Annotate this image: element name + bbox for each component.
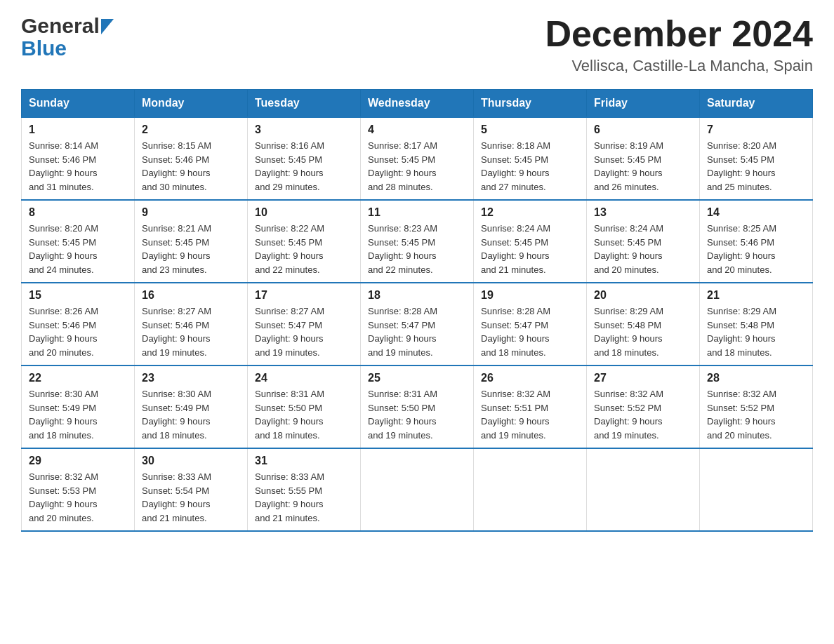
logo-name: General Blue: [21, 14, 114, 59]
logo-text-general: General: [21, 14, 100, 38]
table-row: 24 Sunrise: 8:31 AM Sunset: 5:50 PM Dayl…: [248, 365, 361, 448]
table-row: 3 Sunrise: 8:16 AM Sunset: 5:45 PM Dayli…: [248, 117, 361, 200]
day-info: Sunrise: 8:16 AM Sunset: 5:45 PM Dayligh…: [255, 139, 353, 194]
table-row: 29 Sunrise: 8:32 AM Sunset: 5:53 PM Dayl…: [22, 448, 135, 531]
day-number: 28: [707, 372, 805, 384]
table-row: 26 Sunrise: 8:32 AM Sunset: 5:51 PM Dayl…: [474, 365, 587, 448]
table-row: [587, 448, 700, 531]
table-row: 27 Sunrise: 8:32 AM Sunset: 5:52 PM Dayl…: [587, 365, 700, 448]
table-row: 10 Sunrise: 8:22 AM Sunset: 5:45 PM Dayl…: [248, 200, 361, 283]
table-row: 15 Sunrise: 8:26 AM Sunset: 5:46 PM Dayl…: [22, 283, 135, 365]
day-number: 11: [368, 206, 466, 219]
table-row: 30 Sunrise: 8:33 AM Sunset: 5:54 PM Dayl…: [135, 448, 248, 531]
table-row: 14 Sunrise: 8:25 AM Sunset: 5:46 PM Dayl…: [700, 200, 813, 283]
day-info: Sunrise: 8:20 AM Sunset: 5:45 PM Dayligh…: [29, 222, 127, 276]
day-number: 22: [29, 372, 127, 384]
day-number: 21: [707, 289, 805, 302]
day-info: Sunrise: 8:29 AM Sunset: 5:48 PM Dayligh…: [707, 304, 805, 359]
day-info: Sunrise: 8:28 AM Sunset: 5:47 PM Dayligh…: [481, 304, 579, 359]
calendar-week-row: 8 Sunrise: 8:20 AM Sunset: 5:45 PM Dayli…: [22, 200, 813, 283]
table-row: [361, 448, 474, 531]
day-number: 8: [29, 206, 127, 219]
table-row: 1 Sunrise: 8:14 AM Sunset: 5:46 PM Dayli…: [22, 117, 135, 200]
table-row: 11 Sunrise: 8:23 AM Sunset: 5:45 PM Dayl…: [361, 200, 474, 283]
table-row: 9 Sunrise: 8:21 AM Sunset: 5:45 PM Dayli…: [135, 200, 248, 283]
day-info: Sunrise: 8:26 AM Sunset: 5:46 PM Dayligh…: [29, 304, 127, 359]
logo-text-blue: Blue: [21, 38, 114, 59]
logo-arrow-icon: [101, 19, 114, 34]
table-row: 12 Sunrise: 8:24 AM Sunset: 5:45 PM Dayl…: [474, 200, 587, 283]
day-info: Sunrise: 8:32 AM Sunset: 5:51 PM Dayligh…: [481, 387, 579, 442]
day-info: Sunrise: 8:17 AM Sunset: 5:45 PM Dayligh…: [368, 139, 466, 194]
table-row: 17 Sunrise: 8:27 AM Sunset: 5:47 PM Dayl…: [248, 283, 361, 365]
day-number: 31: [255, 455, 353, 467]
table-row: 31 Sunrise: 8:33 AM Sunset: 5:55 PM Dayl…: [248, 448, 361, 531]
day-info: Sunrise: 8:18 AM Sunset: 5:45 PM Dayligh…: [481, 139, 579, 194]
day-info: Sunrise: 8:32 AM Sunset: 5:53 PM Dayligh…: [29, 470, 127, 525]
col-thursday: Thursday: [474, 90, 587, 118]
calendar-header-row: Sunday Monday Tuesday Wednesday Thursday…: [22, 90, 813, 118]
col-friday: Friday: [587, 90, 700, 118]
day-number: 25: [368, 372, 466, 384]
table-row: 28 Sunrise: 8:32 AM Sunset: 5:52 PM Dayl…: [700, 365, 813, 448]
title-block: December 2024 Vellisca, Castille-La Manc…: [545, 14, 813, 75]
col-saturday: Saturday: [700, 90, 813, 118]
table-row: 16 Sunrise: 8:27 AM Sunset: 5:46 PM Dayl…: [135, 283, 248, 365]
day-number: 4: [368, 123, 466, 136]
day-number: 27: [594, 372, 692, 384]
page-header: General Blue December 2024 Vellisca, Cas…: [21, 14, 813, 75]
day-info: Sunrise: 8:14 AM Sunset: 5:46 PM Dayligh…: [29, 139, 127, 194]
day-info: Sunrise: 8:31 AM Sunset: 5:50 PM Dayligh…: [368, 387, 466, 442]
calendar-week-row: 22 Sunrise: 8:30 AM Sunset: 5:49 PM Dayl…: [22, 365, 813, 448]
day-info: Sunrise: 8:15 AM Sunset: 5:46 PM Dayligh…: [142, 139, 240, 194]
table-row: 22 Sunrise: 8:30 AM Sunset: 5:49 PM Dayl…: [22, 365, 135, 448]
logo: General Blue: [21, 14, 114, 59]
location-subtitle: Vellisca, Castille-La Mancha, Spain: [545, 57, 813, 75]
day-info: Sunrise: 8:25 AM Sunset: 5:46 PM Dayligh…: [707, 222, 805, 276]
day-number: 12: [481, 206, 579, 219]
table-row: 6 Sunrise: 8:19 AM Sunset: 5:45 PM Dayli…: [587, 117, 700, 200]
day-info: Sunrise: 8:21 AM Sunset: 5:45 PM Dayligh…: [142, 222, 240, 276]
calendar-table: Sunday Monday Tuesday Wednesday Thursday…: [21, 89, 813, 532]
table-row: 8 Sunrise: 8:20 AM Sunset: 5:45 PM Dayli…: [22, 200, 135, 283]
table-row: 23 Sunrise: 8:30 AM Sunset: 5:49 PM Dayl…: [135, 365, 248, 448]
table-row: 21 Sunrise: 8:29 AM Sunset: 5:48 PM Dayl…: [700, 283, 813, 365]
month-title: December 2024: [545, 14, 813, 54]
day-number: 30: [142, 455, 240, 467]
day-info: Sunrise: 8:32 AM Sunset: 5:52 PM Dayligh…: [594, 387, 692, 442]
day-info: Sunrise: 8:31 AM Sunset: 5:50 PM Dayligh…: [255, 387, 353, 442]
svg-marker-0: [101, 19, 114, 34]
table-row: 25 Sunrise: 8:31 AM Sunset: 5:50 PM Dayl…: [361, 365, 474, 448]
day-number: 1: [29, 123, 127, 136]
day-number: 23: [142, 372, 240, 384]
day-number: 13: [594, 206, 692, 219]
day-number: 29: [29, 455, 127, 467]
day-number: 24: [255, 372, 353, 384]
day-number: 16: [142, 289, 240, 302]
day-info: Sunrise: 8:30 AM Sunset: 5:49 PM Dayligh…: [142, 387, 240, 442]
col-tuesday: Tuesday: [248, 90, 361, 118]
day-info: Sunrise: 8:33 AM Sunset: 5:55 PM Dayligh…: [255, 470, 353, 525]
day-number: 2: [142, 123, 240, 136]
day-info: Sunrise: 8:27 AM Sunset: 5:46 PM Dayligh…: [142, 304, 240, 359]
calendar-week-row: 1 Sunrise: 8:14 AM Sunset: 5:46 PM Dayli…: [22, 117, 813, 200]
table-row: 18 Sunrise: 8:28 AM Sunset: 5:47 PM Dayl…: [361, 283, 474, 365]
day-number: 17: [255, 289, 353, 302]
day-info: Sunrise: 8:30 AM Sunset: 5:49 PM Dayligh…: [29, 387, 127, 442]
day-number: 5: [481, 123, 579, 136]
table-row: [700, 448, 813, 531]
day-info: Sunrise: 8:20 AM Sunset: 5:45 PM Dayligh…: [707, 139, 805, 194]
day-number: 20: [594, 289, 692, 302]
day-number: 7: [707, 123, 805, 136]
day-info: Sunrise: 8:32 AM Sunset: 5:52 PM Dayligh…: [707, 387, 805, 442]
table-row: 20 Sunrise: 8:29 AM Sunset: 5:48 PM Dayl…: [587, 283, 700, 365]
table-row: 13 Sunrise: 8:24 AM Sunset: 5:45 PM Dayl…: [587, 200, 700, 283]
table-row: 7 Sunrise: 8:20 AM Sunset: 5:45 PM Dayli…: [700, 117, 813, 200]
day-number: 10: [255, 206, 353, 219]
day-number: 9: [142, 206, 240, 219]
day-number: 15: [29, 289, 127, 302]
day-info: Sunrise: 8:23 AM Sunset: 5:45 PM Dayligh…: [368, 222, 466, 276]
table-row: 4 Sunrise: 8:17 AM Sunset: 5:45 PM Dayli…: [361, 117, 474, 200]
calendar-week-row: 15 Sunrise: 8:26 AM Sunset: 5:46 PM Dayl…: [22, 283, 813, 365]
day-info: Sunrise: 8:24 AM Sunset: 5:45 PM Dayligh…: [594, 222, 692, 276]
